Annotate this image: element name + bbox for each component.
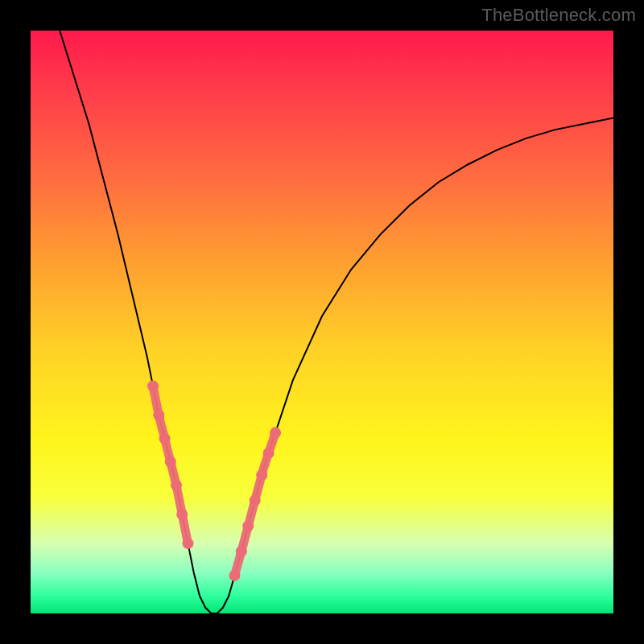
highlight-bead — [229, 570, 240, 581]
curve-svg — [31, 31, 613, 613]
highlight-bead — [159, 433, 171, 444]
highlight-bead — [165, 456, 176, 468]
highlight-bead — [176, 509, 188, 520]
highlight-bead — [242, 520, 254, 531]
highlight-bead — [183, 538, 194, 549]
highlight-bead — [236, 546, 247, 557]
plot-area — [31, 31, 613, 613]
highlight-bead — [250, 495, 261, 506]
highlight-bead — [263, 448, 275, 459]
chart-frame: TheBottleneck.com — [0, 0, 644, 644]
highlight-bead — [147, 381, 159, 392]
highlight-bead — [270, 427, 281, 439]
highlight-bead — [153, 410, 164, 421]
highlight-bead — [256, 469, 267, 481]
watermark-text: TheBottleneck.com — [481, 5, 636, 26]
highlight-bead — [171, 480, 182, 491]
bottleneck-curve — [60, 31, 613, 613]
